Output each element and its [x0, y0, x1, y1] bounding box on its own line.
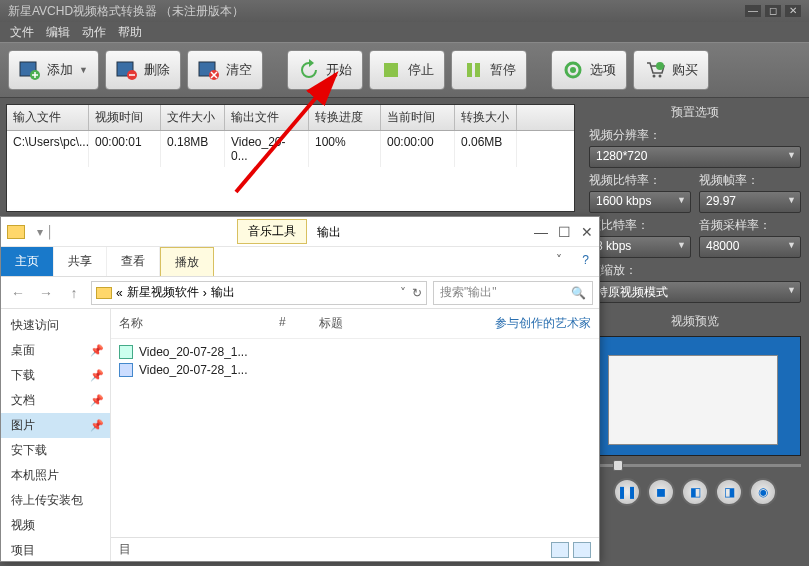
explorer-maximize-button[interactable]: ☐: [558, 224, 571, 240]
search-icon: 🔍: [571, 286, 586, 300]
mark-in-button[interactable]: ◧: [681, 478, 709, 506]
play-pause-button[interactable]: ❚❚: [613, 478, 641, 506]
preset-title: 预置选项: [589, 102, 801, 127]
pin-icon: 📌: [90, 344, 104, 357]
col-curtime[interactable]: 当前时间: [381, 105, 455, 130]
col-input[interactable]: 输入文件: [7, 105, 89, 130]
sidebar-quick-access[interactable]: 快速访问: [1, 313, 110, 338]
path-folder-icon: [96, 287, 112, 299]
start-button[interactable]: 开始: [287, 50, 363, 90]
col-progress[interactable]: 转换进度: [309, 105, 381, 130]
col-fsize[interactable]: 文件大小: [161, 105, 225, 130]
add-button[interactable]: 添加 ▼: [8, 50, 99, 90]
cell-fsize: 0.18MB: [161, 131, 225, 167]
buy-button[interactable]: 购买: [633, 50, 709, 90]
start-label: 开始: [326, 61, 352, 79]
sidebar-pending[interactable]: 待上传安装包: [1, 488, 110, 513]
slider-thumb[interactable]: [613, 460, 623, 471]
file-item[interactable]: Video_20-07-28_1...: [119, 343, 591, 361]
cell-output: Video_20-0...: [225, 131, 309, 167]
menubar: 文件 编辑 动作 帮助: [0, 22, 809, 42]
refresh-icon[interactable]: ↻: [412, 286, 422, 300]
path-dropdown-icon[interactable]: ˅: [400, 286, 406, 300]
cell-curtime: 00:00:00: [381, 131, 455, 167]
breadcrumb-seg1[interactable]: 新星视频软件: [127, 284, 199, 301]
breadcrumb-seg2[interactable]: 输出: [211, 284, 235, 301]
scale-label: 频缩放：: [589, 262, 801, 279]
menu-edit[interactable]: 编辑: [46, 24, 70, 40]
breadcrumb-sep: ›: [203, 286, 207, 300]
col-convsize[interactable]: 转换大小: [455, 105, 517, 130]
col-output[interactable]: 输出文件: [225, 105, 309, 130]
nav-up-button[interactable]: ↑: [63, 282, 85, 304]
cell-vtime: 00:00:01: [89, 131, 161, 167]
menu-file[interactable]: 文件: [10, 24, 34, 40]
close-button[interactable]: ✕: [785, 5, 801, 17]
ribbon-expand-icon[interactable]: ˅: [546, 247, 572, 276]
sidebar-video[interactable]: 视频: [1, 513, 110, 538]
explorer-minimize-button[interactable]: —: [534, 224, 548, 240]
snapshot-button[interactable]: ◉: [749, 478, 777, 506]
gear-icon: [562, 59, 584, 81]
ribbon-tab-share[interactable]: 共享: [54, 247, 107, 276]
seek-slider[interactable]: [589, 456, 801, 474]
clear-button[interactable]: 清空: [187, 50, 263, 90]
stop-button[interactable]: 停止: [369, 50, 445, 90]
sidebar-pictures[interactable]: 图片📌: [1, 413, 110, 438]
scale-select[interactable]: 持原视频模式: [589, 281, 801, 303]
ribbon-tab-home[interactable]: 主页: [1, 247, 54, 276]
explorer-titlebar: ▾ │ 音乐工具 输出 — ☐ ✕: [1, 217, 599, 247]
titlebar: 新星AVCHD视频格式转换器 （未注册版本） — ◻ ✕: [0, 0, 809, 22]
clear-label: 清空: [226, 61, 252, 79]
sidebar-anxia[interactable]: 安下载: [1, 438, 110, 463]
delete-button[interactable]: 删除: [105, 50, 181, 90]
file-item[interactable]: Video_20-07-28_1...: [119, 361, 591, 379]
cell-progress: 100%: [309, 131, 381, 167]
pause-button[interactable]: 暂停: [451, 50, 527, 90]
film-x-icon: [198, 59, 220, 81]
explorer-sidebar: 快速访问 桌面📌 下载📌 文档📌 图片📌 安下载 本机照片 待上传安装包 视频 …: [1, 309, 111, 561]
add-label: 添加: [47, 61, 73, 79]
dropdown-icon: ▼: [79, 65, 88, 75]
context-tab-music[interactable]: 音乐工具: [237, 219, 307, 244]
sidebar-localphoto[interactable]: 本机照片: [1, 463, 110, 488]
resolution-select[interactable]: 1280*720: [589, 146, 801, 168]
minimize-button[interactable]: —: [745, 5, 761, 17]
explorer-file-list: 名称 # 标题 参与创作的艺术家 Video_20-07-28_1... Vid…: [111, 309, 599, 561]
col-artist[interactable]: 参与创作的艺术家: [439, 315, 591, 332]
sidebar-documents[interactable]: 文档📌: [1, 388, 110, 413]
sidebar-project[interactable]: 项目: [1, 538, 110, 561]
nav-back-button[interactable]: ←: [7, 282, 29, 304]
svg-point-11: [652, 75, 655, 78]
explorer-search-input[interactable]: 搜索"输出" 🔍: [433, 281, 593, 305]
sidebar-desktop[interactable]: 桌面📌: [1, 338, 110, 363]
help-icon[interactable]: ?: [572, 247, 599, 276]
address-path[interactable]: « 新星视频软件 › 输出 ˅↻: [91, 281, 427, 305]
menu-help[interactable]: 帮助: [118, 24, 142, 40]
res-label: 视频分辨率：: [589, 127, 801, 144]
maximize-button[interactable]: ◻: [765, 5, 781, 17]
nav-forward-button[interactable]: →: [35, 282, 57, 304]
audio-bitrate-select[interactable]: 8 kbps: [589, 236, 691, 258]
mark-out-button[interactable]: ◨: [715, 478, 743, 506]
view-details-button[interactable]: [551, 542, 569, 558]
col-num[interactable]: #: [279, 315, 319, 332]
cell-convsize: 0.06MB: [455, 131, 517, 167]
ribbon-tab-play[interactable]: 播放: [160, 247, 214, 276]
menu-action[interactable]: 动作: [82, 24, 106, 40]
ribbon-tab-view[interactable]: 查看: [107, 247, 160, 276]
conversion-grid[interactable]: 输入文件 视频时间 文件大小 输出文件 转换进度 当前时间 转换大小 C:\Us…: [6, 104, 575, 212]
explorer-close-button[interactable]: ✕: [581, 224, 593, 240]
col-vtime[interactable]: 视频时间: [89, 105, 161, 130]
col-title[interactable]: 标题: [319, 315, 439, 332]
fps-select[interactable]: 29.97: [699, 191, 801, 213]
audio-sample-select[interactable]: 48000: [699, 236, 801, 258]
grid-row[interactable]: C:\Users\pc\... 00:00:01 0.18MB Video_20…: [7, 131, 574, 167]
video-bitrate-select[interactable]: 1600 kbps: [589, 191, 691, 213]
stop-playback-button[interactable]: ◼: [647, 478, 675, 506]
view-icons-button[interactable]: [573, 542, 591, 558]
options-button[interactable]: 选项: [551, 50, 627, 90]
delete-label: 删除: [144, 61, 170, 79]
sidebar-downloads[interactable]: 下载📌: [1, 363, 110, 388]
col-name[interactable]: 名称: [119, 315, 279, 332]
